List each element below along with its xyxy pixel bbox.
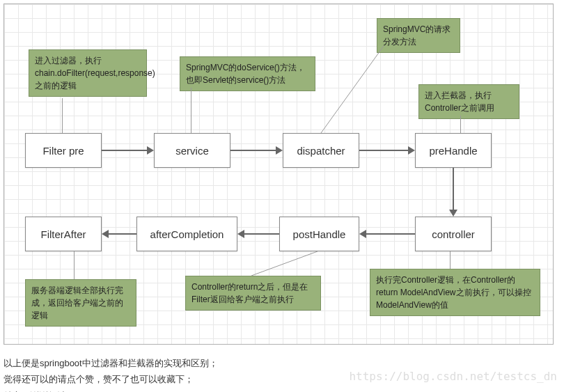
node-filter-after: FilterAfter bbox=[25, 217, 102, 251]
arrow-head bbox=[276, 146, 283, 155]
node-posthandle: postHandle bbox=[279, 217, 359, 251]
arrow-head bbox=[408, 146, 415, 155]
node-controller: controller bbox=[415, 217, 492, 251]
node-service: service bbox=[154, 133, 230, 168]
arrow-line bbox=[102, 150, 147, 151]
connector bbox=[318, 46, 394, 136]
footer-line: 总之，谢谢阅读～ bbox=[3, 388, 561, 392]
connector bbox=[450, 251, 451, 269]
anno-filter-after: 服务器端逻辑全部执行完成，返回给客户端之前的逻辑 bbox=[25, 279, 136, 327]
connector bbox=[74, 251, 75, 279]
arrow-head bbox=[449, 210, 457, 217]
arrow-line bbox=[230, 150, 276, 151]
arrow-line bbox=[244, 233, 279, 235]
node-dispatcher: dispatcher bbox=[283, 133, 359, 168]
node-prehandle: preHandle bbox=[415, 133, 492, 168]
footer-line: 以上便是springboot中过滤器和拦截器的实现和区别； bbox=[3, 355, 561, 371]
connector bbox=[460, 116, 461, 133]
arrow-head bbox=[237, 230, 244, 238]
arrow-line bbox=[359, 150, 408, 151]
flow-diagram: 进入过滤器，执行chain.doFilter(request,response)… bbox=[3, 3, 554, 345]
anno-posthandle: Controller的return之后，但是在Filter返回给客户端之前执行 bbox=[185, 276, 321, 311]
arrow-line bbox=[453, 168, 454, 210]
node-aftercompletion: afterCompletion bbox=[136, 217, 237, 251]
anno-service: SpringMVC的doService()方法，也即Servlet的servic… bbox=[180, 56, 315, 91]
node-filter-pre: Filter pre bbox=[25, 133, 102, 168]
svg-line-1 bbox=[251, 251, 318, 276]
connector bbox=[248, 251, 324, 279]
svg-line-0 bbox=[321, 46, 384, 133]
arrow-line bbox=[366, 233, 415, 235]
anno-prehandle: 进入拦截器，执行Controller之前调用 bbox=[418, 84, 519, 119]
arrow-line bbox=[109, 233, 136, 235]
arrow-head bbox=[359, 230, 366, 238]
anno-controller: 执行完Controller逻辑，在Controller的return Model… bbox=[370, 269, 540, 316]
connector bbox=[191, 88, 191, 133]
arrow-head bbox=[147, 146, 154, 155]
arrow-head bbox=[102, 230, 109, 238]
anno-filter-pre: 进入过滤器，执行chain.doFilter(request,response)… bbox=[29, 49, 147, 97]
connector bbox=[62, 98, 63, 133]
watermark: https://blog.csdn.net/testcs_dn bbox=[349, 370, 557, 383]
